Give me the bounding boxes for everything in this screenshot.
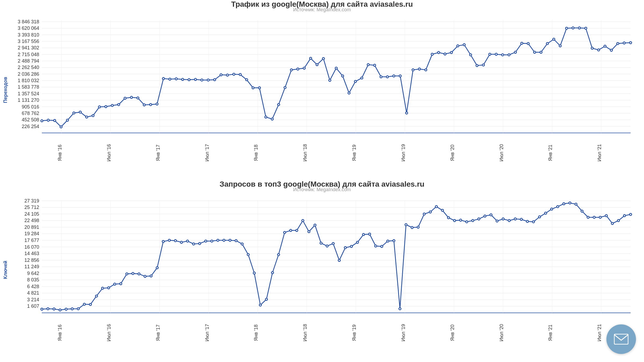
- svg-text:14 463: 14 463: [24, 251, 39, 256]
- svg-point-305: [611, 222, 613, 225]
- svg-point-217: [77, 308, 79, 310]
- svg-point-114: [393, 75, 395, 77]
- svg-point-226: [132, 272, 134, 274]
- svg-point-232: [168, 239, 170, 241]
- svg-text:8 035: 8 035: [27, 277, 39, 283]
- chart-traffic: Трафик из google(Москва) для сайта avias…: [0, 0, 644, 172]
- svg-point-235: [186, 240, 189, 242]
- svg-point-237: [199, 242, 201, 245]
- svg-point-301: [587, 216, 589, 218]
- svg-point-108: [354, 80, 357, 82]
- svg-text:27 319: 27 319: [24, 198, 39, 204]
- svg-point-247: [259, 304, 261, 306]
- svg-point-75: [143, 104, 145, 106]
- svg-text:17 677: 17 677: [24, 238, 39, 243]
- svg-point-122: [444, 53, 446, 55]
- svg-point-74: [137, 97, 139, 99]
- svg-point-298: [569, 202, 571, 204]
- svg-text:19 284: 19 284: [24, 231, 39, 236]
- svg-point-255: [308, 231, 310, 233]
- svg-point-89: [233, 73, 235, 75]
- svg-point-281: [466, 221, 468, 223]
- svg-text:Июл '20: Июл '20: [499, 324, 504, 341]
- svg-point-251: [284, 231, 286, 234]
- svg-point-129: [489, 53, 491, 55]
- svg-point-62: [60, 126, 62, 128]
- svg-point-97: [284, 86, 286, 89]
- chart-source: Источник: MegaIndex.com: [0, 7, 644, 13]
- svg-point-59: [41, 120, 43, 122]
- svg-point-104: [329, 79, 331, 81]
- svg-point-91: [246, 79, 248, 81]
- chart-svg[interactable]: 226 254452 508678 762905 0161 131 2701 3…: [7, 15, 639, 165]
- svg-point-229: [150, 275, 152, 277]
- svg-point-244: [241, 243, 243, 245]
- svg-point-82: [188, 79, 190, 81]
- svg-point-220: [96, 295, 98, 297]
- svg-point-71: [118, 103, 120, 106]
- svg-point-67: [92, 114, 94, 117]
- chart-top3: Запросов в топ3 google(Москва) для сайта…: [0, 180, 644, 352]
- svg-point-101: [310, 57, 312, 59]
- svg-point-130: [495, 53, 497, 55]
- svg-text:4 821: 4 821: [27, 290, 39, 296]
- svg-point-287: [502, 218, 504, 220]
- svg-point-77: [156, 103, 158, 105]
- svg-point-126: [470, 54, 472, 56]
- svg-text:452 508: 452 508: [22, 117, 39, 122]
- svg-point-274: [423, 213, 425, 215]
- svg-point-70: [111, 104, 113, 107]
- svg-point-99: [297, 68, 299, 70]
- svg-point-96: [277, 103, 280, 106]
- svg-point-87: [220, 74, 222, 76]
- svg-text:1 583 778: 1 583 778: [18, 84, 39, 90]
- svg-text:1 810 032: 1 810 032: [18, 78, 39, 83]
- svg-point-142: [572, 27, 574, 29]
- svg-point-290: [520, 218, 522, 220]
- svg-point-258: [326, 245, 328, 247]
- svg-text:3 167 556: 3 167 556: [18, 39, 39, 44]
- svg-point-123: [450, 52, 452, 54]
- svg-point-80: [175, 78, 177, 80]
- svg-point-230: [156, 267, 158, 269]
- svg-text:Июл '16: Июл '16: [106, 324, 112, 341]
- svg-point-266: [375, 245, 377, 247]
- svg-point-282: [472, 219, 474, 222]
- svg-point-76: [149, 103, 152, 106]
- svg-point-218: [83, 303, 85, 305]
- svg-point-73: [130, 96, 133, 99]
- svg-point-306: [617, 219, 620, 222]
- svg-point-280: [460, 219, 462, 221]
- svg-point-245: [247, 254, 249, 256]
- svg-point-225: [126, 273, 128, 275]
- svg-point-297: [563, 203, 565, 205]
- svg-text:Июл '16: Июл '16: [106, 144, 112, 161]
- svg-text:3 393 810: 3 393 810: [18, 32, 39, 38]
- svg-point-286: [496, 220, 498, 222]
- chart-svg[interactable]: 1 6073 2144 8216 4288 0359 64211 24912 8…: [7, 195, 639, 345]
- y-axis-label: Ключей: [3, 261, 8, 279]
- svg-point-256: [314, 224, 316, 226]
- svg-point-131: [502, 54, 504, 56]
- svg-point-79: [169, 78, 171, 80]
- svg-point-146: [598, 49, 600, 51]
- svg-point-121: [438, 52, 440, 54]
- svg-point-68: [98, 106, 101, 108]
- svg-text:Янв '20: Янв '20: [450, 325, 455, 341]
- svg-point-278: [447, 217, 449, 219]
- svg-point-149: [617, 42, 619, 45]
- svg-point-145: [591, 47, 593, 49]
- svg-point-141: [566, 27, 568, 29]
- svg-point-254: [302, 219, 304, 222]
- svg-point-102: [316, 64, 318, 66]
- svg-point-86: [214, 79, 216, 81]
- svg-point-127: [476, 64, 478, 67]
- svg-point-291: [526, 220, 528, 222]
- contact-mail-button[interactable]: [606, 324, 636, 354]
- svg-point-98: [290, 69, 292, 71]
- mail-icon: [614, 334, 628, 345]
- svg-text:24 105: 24 105: [24, 211, 39, 217]
- svg-point-94: [265, 116, 267, 118]
- svg-point-116: [405, 112, 408, 114]
- svg-text:678 762: 678 762: [22, 111, 39, 116]
